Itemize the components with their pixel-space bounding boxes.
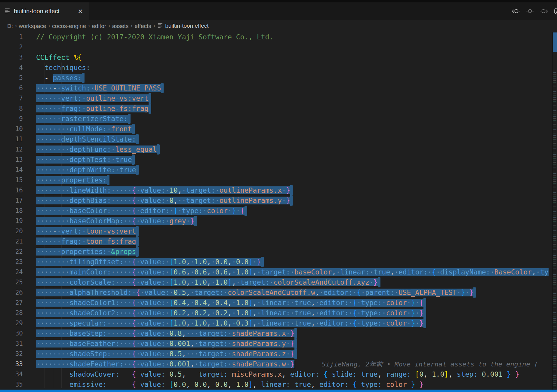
line-number: 24	[0, 267, 23, 277]
text-cursor	[295, 361, 295, 369]
tab-builtin-toon-effect[interactable]: builtin-toon.effect ✕	[0, 2, 89, 20]
code-line[interactable]: 5 - passes:	[0, 73, 552, 83]
next-change-icon[interactable]	[540, 8, 548, 14]
code-line[interactable]: 1// Copyright (c) 2017-2020 Xiamen Yaji …	[0, 32, 552, 42]
code-line[interactable]: 3CCEffect %{	[0, 52, 552, 63]
line-number: 16	[0, 185, 23, 195]
code-line[interactable]: 33········shadeFeather:··{·value:·0.001,…	[0, 359, 552, 369]
code-line[interactable]: 21······frag:·toon-fs:frag	[0, 236, 552, 247]
line-number: 14	[0, 165, 23, 175]
editor-actions	[510, 2, 557, 20]
titlebar-strip	[0, 0, 557, 2]
code-line[interactable]: 13········depthTest:·true	[0, 155, 552, 165]
line-number: 17	[0, 195, 23, 206]
breadcrumb-item[interactable]: editor	[92, 23, 106, 29]
code-line[interactable]: 19········baseColorMap:··{·value:·grey·}	[0, 216, 552, 226]
line-number: 34	[0, 369, 23, 379]
breadcrumb: D: › workspace › cocos-engine › editor ›…	[0, 20, 557, 32]
line-number: 31	[0, 338, 23, 349]
code-line[interactable]: 15······properties:	[0, 175, 552, 185]
tab-label: builtin-toon.effect	[14, 8, 60, 15]
line-number: 33	[0, 359, 23, 369]
line-number: 1	[0, 32, 23, 42]
line-number: 19	[0, 216, 23, 226]
line-number: 23	[0, 257, 23, 267]
line-number: 32	[0, 349, 23, 359]
code-line[interactable]: 26········alphaThreshold:·{·value:·0.5,·…	[0, 287, 552, 298]
breadcrumb-item[interactable]: D:	[7, 23, 13, 29]
line-number: 3	[0, 52, 23, 63]
code-line[interactable]: 14········depthWrite:·true	[0, 165, 552, 175]
previous-change-icon[interactable]	[512, 8, 520, 14]
breadcrumb-item[interactable]: cocos-engine	[52, 23, 86, 29]
code-line[interactable]: 2	[0, 42, 552, 52]
line-number: 13	[0, 155, 23, 165]
code-line[interactable]: 28········shadeColor2:···{·value:·[0.2,·…	[0, 308, 552, 318]
timeline-icon[interactable]	[553, 7, 557, 15]
code-editor[interactable]: 1// Copyright (c) 2017-2020 Xiamen Yaji …	[0, 32, 552, 390]
line-number: 15	[0, 175, 23, 185]
code-line[interactable]: 10········cullMode:·front	[0, 124, 552, 134]
chevron-right-icon: ›	[129, 22, 135, 29]
minimap[interactable]	[552, 32, 557, 390]
code-line[interactable]: 32········shadeStep:·····{·value:·0.5,··…	[0, 349, 552, 359]
line-number: 27	[0, 298, 23, 308]
code-line[interactable]: 25········colorScale:····{·value:·[1.0,·…	[0, 277, 552, 287]
git-blame-annotation: SijieWang, 2年前 • Move internal assets to…	[322, 360, 538, 368]
breadcrumb-item[interactable]: effects	[134, 23, 151, 29]
breadcrumb-items: D: › workspace › cocos-engine › editor ›…	[7, 23, 155, 29]
code-line[interactable]: 27········shadeColor1:···{·value:·[0.4,·…	[0, 298, 552, 308]
code-line[interactable]: 29········specular:······{·value:·[1.0,·…	[0, 318, 552, 328]
code-line[interactable]: 17········depthBias:·····{·value:·0,··ta…	[0, 195, 552, 206]
tab-close-icon[interactable]: ✕	[76, 8, 84, 15]
line-number: 18	[0, 206, 23, 216]
minimap-selection	[553, 32, 557, 52]
code-line[interactable]: 7······vert:·outline-vs:vert	[0, 93, 552, 103]
file-icon	[5, 8, 10, 15]
line-number: 8	[0, 103, 23, 114]
line-number: 10	[0, 124, 23, 134]
code-line[interactable]: 12········depthFunc:·less_equal	[0, 144, 552, 155]
chevron-right-icon: ›	[86, 22, 92, 29]
code-line[interactable]: 11······depthStencilState:	[0, 134, 552, 144]
code-line[interactable]: 23········tilingOffset:··{·value:·[1.0,·…	[0, 257, 552, 267]
code-line[interactable]: 24········mainColor:·····{·value:·[0.6,·…	[0, 267, 552, 277]
breadcrumb-file[interactable]: builtin-toon.effect	[158, 23, 208, 29]
tab-bar: builtin-toon.effect ✕	[0, 2, 557, 20]
line-number: 9	[0, 114, 23, 124]
line-number: 20	[0, 226, 23, 236]
line-number: 4	[0, 63, 23, 73]
line-number: 12	[0, 144, 23, 155]
breadcrumb-item[interactable]: assets	[112, 23, 129, 29]
current-change-icon[interactable]	[526, 8, 534, 14]
line-number: 26	[0, 287, 23, 298]
code-line[interactable]: 4 techniques:	[0, 63, 552, 73]
line-number: 22	[0, 247, 23, 257]
line-number: 21	[0, 236, 23, 247]
code-line[interactable]: 22······properties:·&props	[0, 247, 552, 257]
code-line[interactable]: 6····-·switch:·USE_OUTLINE_PASS	[0, 83, 552, 93]
line-number: 11	[0, 134, 23, 144]
line-number: 35	[0, 379, 23, 390]
code-line[interactable]: 20····-·vert:·toon-vs:vert	[0, 226, 552, 236]
line-number: 30	[0, 328, 23, 338]
code-line[interactable]: 9······rasterizerState:	[0, 114, 552, 124]
status-bar[interactable]	[0, 390, 557, 392]
code-lines: 1// Copyright (c) 2017-2020 Xiamen Yaji …	[0, 32, 552, 390]
code-line[interactable]: 8······frag:·outline-fs:frag	[0, 103, 552, 114]
code-line[interactable]: 35 emissive: { value: [0.0, 0.0, 0.0, 1.…	[0, 379, 552, 390]
line-number: 29	[0, 318, 23, 328]
code-line[interactable]: 18········baseColor:·····{·editor:·{·typ…	[0, 206, 552, 216]
code-line[interactable]: 34 shadowCover: { value: 0.5, target: mi…	[0, 369, 552, 379]
code-line[interactable]: 30········baseStep:······{·value:·0.8,··…	[0, 328, 552, 338]
minimap-code-marks	[553, 72, 556, 388]
chevron-right-icon: ›	[13, 22, 19, 29]
line-number: 7	[0, 93, 23, 103]
line-number: 28	[0, 308, 23, 318]
line-number: 6	[0, 83, 23, 93]
code-line[interactable]: 16········lineWidth:·····{·value:·10,·ta…	[0, 185, 552, 195]
code-line[interactable]: 31········baseFeather:···{·value:·0.001,…	[0, 338, 552, 349]
chevron-right-icon: ›	[46, 22, 52, 29]
line-number: 5	[0, 73, 23, 83]
breadcrumb-item[interactable]: workspace	[19, 23, 46, 29]
